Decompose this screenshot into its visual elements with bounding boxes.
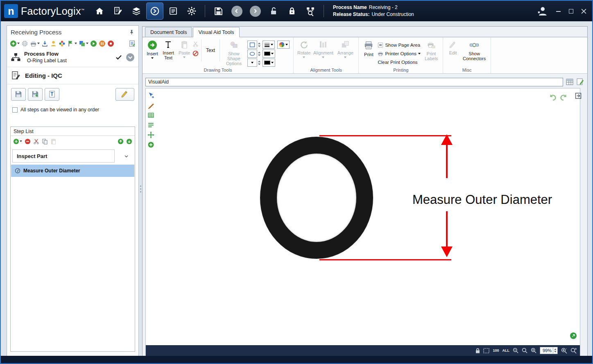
templates-button[interactable] bbox=[128, 2, 145, 20]
table-view-icon[interactable] bbox=[565, 78, 574, 86]
deactivate-button[interactable] bbox=[126, 53, 135, 62]
lock-button[interactable] bbox=[283, 2, 301, 20]
reports-button[interactable] bbox=[165, 2, 182, 20]
redo-icon[interactable] bbox=[559, 93, 568, 101]
clear-print-options-button[interactable]: Clear Print Options bbox=[378, 58, 421, 66]
move-up-button[interactable] bbox=[118, 138, 124, 145]
tab-document-tools[interactable]: Document Tools bbox=[145, 27, 192, 37]
layers-button[interactable] bbox=[79, 40, 88, 47]
settings-button[interactable] bbox=[183, 2, 200, 20]
process-search-button[interactable] bbox=[302, 2, 319, 20]
insert-button[interactable]: Insert bbox=[145, 38, 160, 61]
square-shape-select[interactable] bbox=[247, 41, 257, 49]
dimension-arrowhead-down[interactable] bbox=[441, 246, 453, 257]
visual-aid-name-input[interactable] bbox=[145, 78, 563, 86]
flag-button[interactable] bbox=[67, 40, 77, 47]
zoom-level-select[interactable]: 99% bbox=[540, 347, 558, 354]
line-style-select[interactable] bbox=[263, 41, 275, 49]
show-page-area-button[interactable]: Show Page Area bbox=[378, 41, 421, 49]
unlock-button[interactable] bbox=[265, 2, 282, 20]
brush-tool-icon[interactable] bbox=[147, 102, 154, 109]
add-step-button[interactable] bbox=[13, 138, 22, 145]
status-lock-icon[interactable] bbox=[475, 348, 480, 353]
dimension-arrow-up-shaft[interactable] bbox=[446, 144, 448, 178]
text-button[interactable]: Text bbox=[203, 38, 218, 62]
step-group-inspect-part[interactable]: Inspect Part bbox=[12, 149, 115, 163]
distribute-tool-icon[interactable] bbox=[147, 122, 154, 129]
save-import-button[interactable] bbox=[28, 88, 43, 101]
stop-icon[interactable] bbox=[107, 40, 114, 47]
zoom-level-spinner[interactable] bbox=[553, 348, 557, 353]
print-labels-button[interactable]: Print Labels bbox=[422, 38, 440, 63]
edit-button[interactable]: Edit bbox=[446, 38, 460, 57]
process-flow-row[interactable]: Process Flow O-Ring Label Last bbox=[7, 49, 138, 67]
preferences-icon[interactable] bbox=[59, 40, 66, 47]
paste-button[interactable]: Paste bbox=[177, 38, 192, 60]
zoom-in-plus-icon[interactable] bbox=[561, 348, 567, 354]
shape-more-select[interactable] bbox=[247, 59, 257, 67]
user-logout-icon[interactable] bbox=[536, 5, 548, 17]
resume-icon[interactable] bbox=[90, 40, 97, 47]
template-button[interactable] bbox=[45, 88, 59, 101]
move-tool-icon[interactable] bbox=[147, 131, 154, 138]
paste-step-button[interactable] bbox=[50, 138, 57, 145]
zoom-region-icon[interactable] bbox=[531, 348, 536, 353]
back-button[interactable] bbox=[228, 2, 245, 20]
print-button[interactable] bbox=[30, 40, 40, 47]
zoom-100-button[interactable]: 100 bbox=[493, 348, 499, 353]
annotation-text[interactable]: Measure Outer Diameter bbox=[412, 192, 552, 207]
maximize-button[interactable] bbox=[568, 9, 574, 14]
delete-icon[interactable] bbox=[192, 50, 199, 57]
dimension-arrow-down-shaft[interactable] bbox=[446, 211, 448, 247]
globe-icon[interactable] bbox=[21, 40, 28, 47]
home-button[interactable] bbox=[91, 2, 108, 20]
arrange-button[interactable]: Arrange bbox=[335, 38, 356, 60]
add-button[interactable] bbox=[10, 40, 20, 47]
show-connectors-button[interactable]: Show Connectors bbox=[460, 38, 488, 63]
process-definition-button[interactable] bbox=[109, 2, 127, 20]
zoom-all-button[interactable]: ALL bbox=[502, 348, 510, 353]
zoom-out-icon[interactable] bbox=[513, 348, 518, 353]
ellipse-shape-select[interactable] bbox=[247, 50, 257, 58]
minimize-button[interactable] bbox=[556, 9, 561, 14]
annotate-button[interactable] bbox=[115, 88, 134, 101]
line-color-select[interactable] bbox=[263, 59, 275, 67]
show-shape-options-button[interactable]: Show Shape Options bbox=[222, 38, 246, 68]
insert-text-button[interactable]: Insert Text bbox=[160, 38, 177, 62]
visual-aid-canvas[interactable]: Measure Outer Diameter 100 ALL 99% bbox=[145, 88, 580, 356]
zoom-marquee-icon[interactable] bbox=[483, 348, 489, 353]
cut-icon[interactable] bbox=[192, 41, 199, 47]
chevron-down-icon[interactable] bbox=[124, 154, 129, 159]
grid-tool-icon[interactable] bbox=[147, 112, 154, 119]
dimension-line-top[interactable] bbox=[319, 135, 451, 136]
add-node-tool-icon[interactable] bbox=[147, 141, 154, 148]
fill-color-select[interactable] bbox=[263, 50, 275, 58]
select-tool-icon[interactable] bbox=[147, 92, 154, 99]
alignment-button[interactable]: Alignment bbox=[312, 38, 335, 60]
pan-indicator-icon[interactable] bbox=[570, 332, 577, 339]
operator-icon[interactable] bbox=[50, 40, 57, 47]
panel-splitter[interactable] bbox=[140, 25, 142, 356]
oring-image[interactable] bbox=[260, 137, 373, 259]
color-wheel-button[interactable] bbox=[277, 41, 290, 49]
pin-icon[interactable] bbox=[129, 29, 135, 35]
tab-visual-aid-tools[interactable]: Visual Aid Tools bbox=[193, 27, 239, 37]
process-navigator-button[interactable] bbox=[146, 2, 163, 20]
print-button-ribbon[interactable]: Print bbox=[361, 38, 376, 59]
cut-step-button[interactable] bbox=[33, 138, 39, 145]
dimension-line-bottom[interactable] bbox=[319, 259, 451, 260]
undo-icon[interactable] bbox=[549, 93, 557, 101]
rotate-button[interactable]: Rotate bbox=[296, 38, 312, 60]
move-down-button[interactable] bbox=[126, 138, 132, 145]
remove-step-button[interactable] bbox=[25, 138, 31, 145]
save-button[interactable] bbox=[210, 2, 227, 20]
copy-step-button[interactable] bbox=[42, 138, 48, 145]
order-checkbox[interactable] bbox=[12, 107, 18, 113]
pause-icon[interactable] bbox=[99, 40, 106, 47]
zoom-pan-icon[interactable] bbox=[522, 348, 527, 353]
shape-spinner[interactable] bbox=[258, 61, 260, 65]
save-step-button[interactable] bbox=[11, 88, 26, 101]
step-item-measure-outer-diameter[interactable]: Measure Outer Diameter bbox=[11, 165, 134, 177]
checklist-button[interactable] bbox=[129, 40, 136, 47]
close-button[interactable] bbox=[581, 9, 586, 14]
